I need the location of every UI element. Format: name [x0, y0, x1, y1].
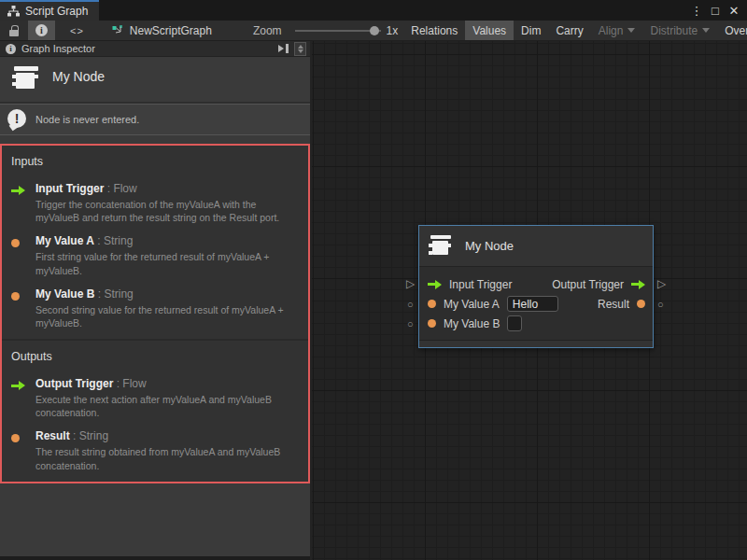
info-icon: i: [6, 44, 16, 54]
graph-inspector-panel: i Graph Inspector My Node !: [0, 41, 312, 560]
align-dropdown[interactable]: Align: [591, 21, 643, 40]
node-title: My Node: [465, 239, 514, 253]
port-type-separator: :: [73, 429, 76, 442]
node-header[interactable]: My Node: [419, 226, 653, 267]
port-name: My Value B: [35, 287, 94, 301]
flow-port-icon[interactable]: [631, 280, 645, 289]
external-value-port-right[interactable]: ○: [657, 299, 664, 310]
input-trigger-port[interactable]: Input Trigger: [428, 278, 512, 291]
port-label: Output Trigger: [552, 278, 624, 291]
close-icon[interactable]: ✕: [726, 4, 741, 18]
main-area: i Graph Inspector My Node !: [0, 41, 747, 560]
tab-title: Script Graph: [25, 5, 88, 18]
my-value-b-input[interactable]: [507, 315, 522, 331]
value-port-icon: [11, 292, 20, 301]
unity-script-graph-window: Script Graph ⋮ □ ✕ i <> NewScriptGraph Z…: [0, 0, 747, 560]
my-value-b-port[interactable]: My Value B: [428, 315, 522, 331]
port-label: My Value A: [444, 298, 500, 311]
node-port-row: My Value A Result: [419, 294, 653, 314]
external-flow-port-right[interactable]: ▷: [657, 278, 666, 289]
arrow-down-icon[interactable]: [298, 49, 303, 53]
port-type-separator: :: [97, 234, 100, 247]
result-port[interactable]: Result: [598, 298, 645, 311]
port-text: Input Trigger : Flow Trigger the concate…: [35, 179, 297, 224]
arrow-up-icon[interactable]: [298, 45, 303, 49]
my-node[interactable]: My Node Input Trigger Output Trigger: [418, 225, 654, 348]
icon-col: [11, 285, 35, 329]
value-port-icon: [11, 434, 20, 442]
warning-bubble-icon: !: [7, 109, 28, 130]
dim-button[interactable]: Dim: [514, 21, 548, 40]
port-description: Trigger the concatenation of the myValue…: [35, 198, 297, 224]
node-body: Input Trigger Output Trigger My Value A: [419, 267, 653, 340]
port-name: My Value A: [35, 234, 94, 247]
inspector-bottom-strip: [0, 556, 310, 560]
port-type: String: [104, 287, 133, 301]
port-text: My Value A : String First string value f…: [35, 231, 297, 276]
tab-script-graph[interactable]: Script Graph: [0, 0, 99, 21]
port-doc-my-value-b: My Value B : String Second string value …: [2, 279, 308, 331]
align-label: Align: [599, 24, 624, 37]
icon-col: [11, 179, 35, 224]
chevron-down-icon: [627, 28, 635, 33]
unit-node-icon: [11, 66, 39, 91]
port-doc-result: Result : String The result string obtain…: [2, 421, 308, 473]
icon-col: [11, 231, 35, 276]
dock-panel-icon[interactable]: [277, 43, 290, 54]
port-type-separator: :: [117, 377, 120, 390]
flow-port-icon[interactable]: [428, 280, 442, 289]
port-label: Result: [598, 298, 629, 311]
zoom-slider-track[interactable]: [295, 30, 381, 32]
value-port-icon[interactable]: [637, 300, 645, 308]
graph-toolbar: i <> NewScriptGraph Zoom 1x Relations Va…: [0, 21, 747, 41]
panel-scroll-spinner[interactable]: [294, 42, 306, 56]
graph-canvas[interactable]: My Node Input Trigger Output Trigger: [312, 41, 747, 560]
overview-button[interactable]: Overview: [717, 21, 747, 40]
edit-script-button[interactable]: <>: [55, 21, 99, 40]
distribute-dropdown[interactable]: Distribute: [642, 21, 717, 40]
inspected-node-title: My Node: [52, 66, 105, 84]
value-port-icon[interactable]: [428, 300, 436, 308]
outputs-section: Outputs Output Trigger : Flow Execute th…: [2, 341, 308, 482]
output-trigger-port[interactable]: Output Trigger: [552, 278, 645, 291]
code-icon: <>: [70, 25, 84, 36]
port-doc-my-value-a: My Value A : String First string value f…: [2, 226, 308, 278]
port-type: String: [79, 429, 108, 442]
zoom-slider[interactable]: [295, 21, 381, 40]
tab-bar: Script Graph ⋮ □ ✕: [0, 0, 747, 21]
graph-inspector-title: Graph Inspector: [21, 43, 95, 54]
outputs-title: Outputs: [2, 346, 308, 369]
chevron-down-icon: [702, 28, 710, 33]
menu-icon[interactable]: ⋮: [689, 4, 704, 18]
carry-button[interactable]: Carry: [548, 21, 590, 40]
value-port-icon: [11, 239, 20, 247]
zoom-slider-handle[interactable]: [370, 26, 379, 35]
lock-button[interactable]: [0, 21, 28, 40]
script-graph-asset-icon: [112, 25, 124, 36]
external-value-port-left-2[interactable]: ○: [407, 318, 414, 329]
port-name: Input Trigger: [35, 182, 104, 195]
relations-button[interactable]: Relations: [403, 21, 465, 40]
port-label: My Value B: [444, 317, 500, 330]
graph-hierarchy-icon: [7, 6, 20, 17]
maximize-icon[interactable]: □: [708, 4, 723, 18]
inspector-empty-area: [0, 483, 310, 556]
graph-breadcrumb[interactable]: NewScriptGraph: [99, 21, 221, 40]
lock-icon: [9, 25, 19, 36]
values-button[interactable]: Values: [465, 21, 514, 40]
inputs-title: Inputs: [2, 151, 308, 174]
icon-col: [11, 374, 35, 419]
ports-documentation-box: Inputs Input Trigger : Flow Trigger the …: [0, 144, 310, 483]
value-port-icon[interactable]: [428, 319, 436, 328]
external-value-port-left-1[interactable]: ○: [407, 299, 414, 310]
port-type-separator: :: [98, 287, 101, 301]
my-value-a-input[interactable]: [507, 296, 558, 312]
port-type: Flow: [113, 182, 136, 195]
node-port-row: Input Trigger Output Trigger: [419, 274, 653, 294]
icon-col: [11, 427, 35, 471]
my-value-a-port[interactable]: My Value A: [428, 296, 558, 312]
external-flow-port-left[interactable]: ▷: [406, 278, 415, 289]
warning-text: Node is never entered.: [35, 114, 139, 125]
inspector-toggle-button[interactable]: i: [28, 21, 55, 40]
port-doc-output-trigger: Output Trigger : Flow Execute the next a…: [2, 369, 308, 421]
